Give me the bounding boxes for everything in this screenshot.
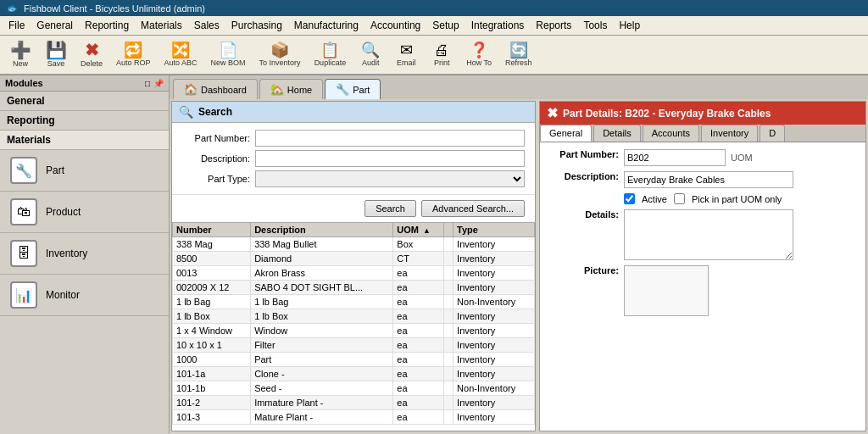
- cell-uom: ea: [393, 353, 444, 367]
- table-row[interactable]: 0013 Akron Brass ea Inventory: [173, 266, 535, 281]
- audit-label: Audit: [362, 58, 380, 67]
- print-label: Print: [434, 58, 450, 67]
- menu-purchasing[interactable]: Purchasing: [226, 18, 287, 33]
- autorop-button[interactable]: 🔁 Auto ROP: [112, 40, 155, 70]
- table-row[interactable]: 002009 X 12 SABO 4 DOT SIGHT BL... ea In…: [173, 281, 535, 295]
- email-button[interactable]: ✉ Email: [391, 40, 421, 70]
- howto-button[interactable]: ❓ How To: [462, 40, 496, 70]
- sidebar-item-inventory[interactable]: 🗄 Inventory: [0, 233, 169, 275]
- sidebar-item-materials[interactable]: Materials: [0, 131, 169, 150]
- menu-materials[interactable]: Materials: [136, 18, 187, 33]
- sidebar-header-icons: □ 📌: [145, 79, 164, 88]
- cell-description: Diamond: [251, 252, 393, 266]
- sidebar-item-monitor[interactable]: 📊 Monitor: [0, 275, 169, 316]
- cell-uom: ea: [393, 410, 444, 425]
- cell-spacer: [444, 338, 453, 353]
- details-detail-textarea[interactable]: [624, 209, 793, 260]
- pick-in-uom-checkbox[interactable]: [674, 193, 685, 204]
- menu-setup[interactable]: Setup: [427, 18, 464, 33]
- new-icon: ➕: [10, 42, 31, 58]
- sidebar-icon2[interactable]: 📌: [153, 79, 164, 88]
- description-input[interactable]: [255, 150, 525, 167]
- tab-dashboard[interactable]: 🏠 Dashboard: [173, 79, 258, 99]
- col-type[interactable]: Type: [453, 223, 535, 237]
- description-detail-input[interactable]: [624, 171, 793, 188]
- active-detail-row: Active Pick in part UOM only: [547, 193, 859, 204]
- tab-part[interactable]: 🔧 Part: [325, 79, 381, 99]
- sidebar-item-general[interactable]: General: [0, 92, 169, 111]
- app-icon: 🐟: [7, 3, 19, 14]
- menu-accounting[interactable]: Accounting: [365, 18, 426, 33]
- cell-spacer: [444, 396, 453, 410]
- refresh-button[interactable]: 🔄 Refresh: [501, 40, 537, 70]
- menu-help[interactable]: Help: [614, 18, 645, 33]
- content-tabs: 🏠 Dashboard 🏡 Home 🔧 Part: [170, 75, 868, 99]
- inventory-label: Inventory: [46, 248, 87, 259]
- menu-sales[interactable]: Sales: [189, 18, 225, 33]
- table-row[interactable]: 101-3 Mature Plant - ea Inventory: [173, 410, 535, 425]
- table-row[interactable]: 338 Mag 338 Mag Bullet Box Inventory: [173, 237, 535, 252]
- table-row[interactable]: 1 lb Bag 1 lb Bag ea Non-Inventory: [173, 295, 535, 309]
- table-row[interactable]: 8500 Diamond CT Inventory: [173, 252, 535, 266]
- menu-manufacturing[interactable]: Manufacturing: [289, 18, 364, 33]
- audit-button[interactable]: 🔍 Audit: [355, 40, 386, 70]
- toinventory-button[interactable]: 📦 To Inventory: [255, 40, 305, 70]
- sidebar-icon1[interactable]: □: [145, 79, 150, 88]
- table-row[interactable]: 101-1b Seed - ea Non-Inventory: [173, 381, 535, 396]
- table-row[interactable]: 1 lb Box 1 lb Box ea Inventory: [173, 309, 535, 324]
- cell-type: Inventory: [453, 396, 535, 410]
- cell-uom: CT: [393, 252, 444, 266]
- toinventory-icon: 📦: [270, 42, 289, 58]
- audit-icon: 🔍: [361, 42, 380, 58]
- cell-uom: ea: [393, 324, 444, 338]
- sidebar-item-reporting[interactable]: Reporting: [0, 111, 169, 131]
- sidebar-item-part[interactable]: 🔧 Part: [0, 150, 169, 192]
- cell-number: 101-2: [173, 396, 251, 410]
- part-number-detail-input[interactable]: [624, 149, 726, 166]
- home-tab-label: Home: [287, 85, 312, 95]
- menu-file[interactable]: File: [3, 18, 30, 33]
- col-uom[interactable]: UOM ▲: [393, 223, 444, 237]
- tab-home[interactable]: 🏡 Home: [259, 79, 323, 99]
- detail-tab-accounts[interactable]: Accounts: [643, 125, 699, 142]
- table-row[interactable]: 101-1a Clone - ea Inventory: [173, 367, 535, 381]
- cell-uom: ea: [393, 381, 444, 396]
- menu-reports[interactable]: Reports: [531, 18, 576, 33]
- menu-integrations[interactable]: Integrations: [466, 18, 530, 33]
- menu-general[interactable]: General: [31, 18, 78, 33]
- table-row[interactable]: 101-2 Immature Plant - ea Inventory: [173, 396, 535, 410]
- search-button[interactable]: Search: [364, 200, 416, 217]
- table-row[interactable]: 10 x 10 x 1 Filter ea Inventory: [173, 338, 535, 353]
- advanced-search-button[interactable]: Advanced Search...: [421, 200, 525, 217]
- delete-button[interactable]: ✖ Delete: [76, 39, 107, 70]
- product-label: Product: [46, 206, 81, 218]
- menu-tools[interactable]: Tools: [578, 18, 612, 33]
- cell-type: Non-Inventory: [453, 381, 535, 396]
- part-number-input[interactable]: [255, 130, 525, 147]
- active-checkbox[interactable]: [624, 193, 635, 204]
- search-buttons: Search Advanced Search...: [172, 195, 535, 222]
- newbom-button[interactable]: 📄 New BOM: [207, 40, 250, 70]
- save-button[interactable]: 💾 Save: [41, 39, 71, 70]
- save-icon: 💾: [46, 42, 67, 58]
- detail-tab-general[interactable]: General: [540, 125, 592, 142]
- details-detail-row: Details:: [547, 209, 859, 260]
- autoabc-button[interactable]: 🔀 Auto ABC: [160, 40, 202, 70]
- part-type-select[interactable]: Inventory Non-Inventory: [255, 170, 525, 187]
- col-description[interactable]: Description: [251, 223, 393, 237]
- print-button[interactable]: 🖨 Print: [426, 40, 457, 70]
- menu-reporting[interactable]: Reporting: [80, 18, 134, 33]
- dashboard-tab-icon: 🏠: [184, 83, 198, 96]
- duplicate-button[interactable]: 📋 Duplicate: [310, 40, 351, 70]
- col-number[interactable]: Number: [173, 223, 251, 237]
- table-row[interactable]: 1 x 4 Window Window ea Inventory: [173, 324, 535, 338]
- detail-tab-details[interactable]: Details: [593, 125, 641, 142]
- table-row[interactable]: 1000 Part ea Inventory: [173, 353, 535, 367]
- part-tab-label: Part: [353, 85, 370, 95]
- details-detail-label: Details:: [547, 209, 619, 220]
- sidebar-item-product[interactable]: 🛍 Product: [0, 192, 169, 233]
- detail-tab-d[interactable]: D: [760, 125, 785, 142]
- detail-tab-inventory[interactable]: Inventory: [701, 125, 758, 142]
- duplicate-label: Duplicate: [314, 58, 347, 67]
- new-button[interactable]: ➕ New: [5, 39, 36, 70]
